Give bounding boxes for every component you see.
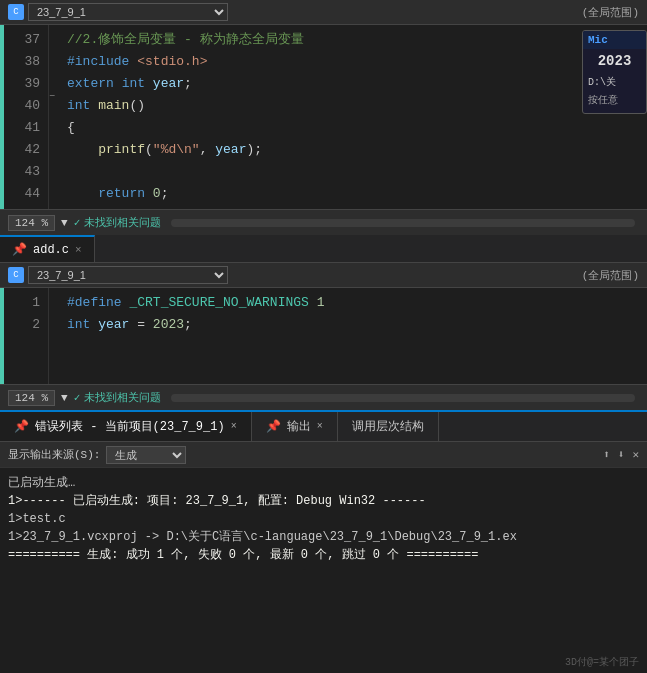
floating-path: D:\关	[583, 73, 646, 91]
zoom-top[interactable]: 124 %	[8, 215, 55, 231]
error-tab-close[interactable]: ×	[231, 421, 237, 432]
toolbar-btn-1[interactable]: ⬆	[603, 448, 610, 461]
watermark: 3D付@=某个团子	[565, 655, 639, 669]
add-panel-left: C 23_7_9_1	[8, 266, 228, 284]
output-source-label: 显示输出来源(S):	[8, 447, 100, 462]
error-tab-label: 错误列表 - 当前项目(23_7_9_1)	[35, 418, 225, 435]
output-line-2: 1>test.c	[8, 510, 639, 528]
scope-select-top[interactable]: 23_7_9_1	[28, 3, 228, 21]
toolbar-btn-3[interactable]: ✕	[632, 448, 639, 461]
tab-call-hierarchy[interactable]: 调用层次结构	[338, 412, 439, 441]
code-lines-top: //2.修饰全局变量 - 称为静态全局变量 #include <stdio.h>…	[59, 25, 647, 209]
line-numbers-top: 37 38 39 40 41 42 43 44	[4, 25, 49, 209]
code-line-2: int year = 2023;	[67, 314, 647, 336]
status-bar-top: 124 % ▼ ✓ 未找到相关问题	[0, 209, 647, 235]
scope-label-top: (全局范围)	[582, 5, 639, 20]
add-panel-header: C 23_7_9_1 (全局范围)	[0, 263, 647, 288]
gutter-top: −	[49, 25, 59, 209]
toolbar-btn-2[interactable]: ⬇	[618, 448, 625, 461]
output-section: 显示输出来源(S): 生成 ⬆ ⬇ ✕ 已启动生成… 1>------ 已启动生…	[0, 442, 647, 570]
tab-add-c[interactable]: 📌 add.c ×	[0, 235, 95, 262]
code-line-39: extern int year;	[67, 73, 647, 95]
error-panel: 📌 错误列表 - 当前项目(23_7_9_1) × 📌 输出 × 调用层次结构 …	[0, 410, 647, 570]
code-line-38: #include <stdio.h>	[67, 51, 647, 73]
status-ok-top: ✓ 未找到相关问题	[74, 215, 162, 230]
line-numbers-add: 1 2	[4, 288, 49, 384]
code-line-empty1	[67, 336, 647, 358]
code-line-empty2	[67, 358, 647, 380]
zoom-add[interactable]: 124 %	[8, 390, 55, 406]
scope-label-add: (全局范围)	[582, 268, 639, 283]
arrow-icon-add: ▼	[61, 392, 68, 404]
output-source-select[interactable]: 生成	[106, 446, 186, 464]
tab-close-add[interactable]: ×	[75, 244, 82, 256]
error-panel-header: 📌 错误列表 - 当前项目(23_7_9_1) × 📌 输出 × 调用层次结构	[0, 412, 647, 442]
scrollbar-top[interactable]	[171, 219, 635, 227]
floating-title: Mic	[583, 31, 646, 49]
scrollbar-add[interactable]	[171, 394, 635, 402]
output-line-1: 1>------ 已启动生成: 项目: 23_7_9_1, 配置: Debug …	[8, 492, 639, 510]
code-line-1: #define _CRT_SECURE_NO_WARNINGS 1	[67, 292, 647, 314]
code-area-add: 1 2 #define _CRT_SECURE_NO_WARNINGS 1 in…	[0, 288, 647, 384]
floating-year: 2023	[583, 49, 646, 73]
call-tab-label: 调用层次结构	[352, 418, 424, 435]
fold-indicator[interactable]: −	[49, 91, 55, 102]
add-code-panel: C 23_7_9_1 (全局范围) 1 2 #define _CRT_SECUR…	[0, 263, 647, 410]
file-icon: C	[8, 4, 24, 20]
code-line-43	[67, 161, 647, 183]
code-line-42: printf("%d\n", year);	[67, 139, 647, 161]
scope-select-add[interactable]: 23_7_9_1	[28, 266, 228, 284]
check-icon: ✓	[74, 216, 81, 229]
check-icon-add: ✓	[74, 391, 81, 404]
output-toolbar: 显示输出来源(S): 生成 ⬆ ⬇ ✕	[0, 442, 647, 468]
tab-label-add: add.c	[33, 243, 69, 257]
code-line-41: {	[67, 117, 647, 139]
code-line-44: return 0;	[67, 183, 647, 205]
error-tab-pin: 📌	[14, 419, 29, 434]
code-line-40: int main()	[67, 95, 647, 117]
tab-bar-add: 📌 add.c ×	[0, 235, 647, 263]
top-panel-left: C 23_7_9_1	[8, 3, 228, 21]
output-tab-close[interactable]: ×	[317, 421, 323, 432]
tab-pin-icon: 📌	[12, 242, 27, 257]
code-line-37: //2.修饰全局变量 - 称为静态全局变量	[67, 29, 647, 51]
tab-output[interactable]: 📌 输出 ×	[252, 412, 338, 441]
add-file-icon: C	[8, 267, 24, 283]
code-area-top: 37 38 39 40 41 42 43 44 − //2.修饰全局变量 - 称…	[0, 25, 647, 209]
output-text: 已启动生成… 1>------ 已启动生成: 项目: 23_7_9_1, 配置:…	[0, 468, 647, 570]
output-line-3: 1>23_7_9_1.vcxproj -> D:\关于C语言\c-languag…	[8, 528, 639, 546]
arrow-icon: ▼	[61, 217, 68, 229]
floating-window: Mic 2023 D:\关 按任意	[582, 30, 647, 114]
output-line-4: ========== 生成: 成功 1 个, 失败 0 个, 最新 0 个, 跳…	[8, 546, 639, 564]
tab-error-list[interactable]: 📌 错误列表 - 当前项目(23_7_9_1) ×	[0, 412, 252, 441]
code-lines-add: #define _CRT_SECURE_NO_WARNINGS 1 int ye…	[59, 288, 647, 384]
top-code-panel: C 23_7_9_1 (全局范围) 37 38 39 40 41 42 43 4…	[0, 0, 647, 235]
floating-hint: 按任意	[583, 91, 646, 113]
gutter-add	[49, 288, 59, 384]
output-line-0: 已启动生成…	[8, 474, 639, 492]
status-bar-add: 124 % ▼ ✓ 未找到相关问题	[0, 384, 647, 410]
output-tab-pin: 📌	[266, 419, 281, 434]
output-tab-label: 输出	[287, 418, 311, 435]
top-panel-header: C 23_7_9_1 (全局范围)	[0, 0, 647, 25]
status-ok-add: ✓ 未找到相关问题	[74, 390, 162, 405]
